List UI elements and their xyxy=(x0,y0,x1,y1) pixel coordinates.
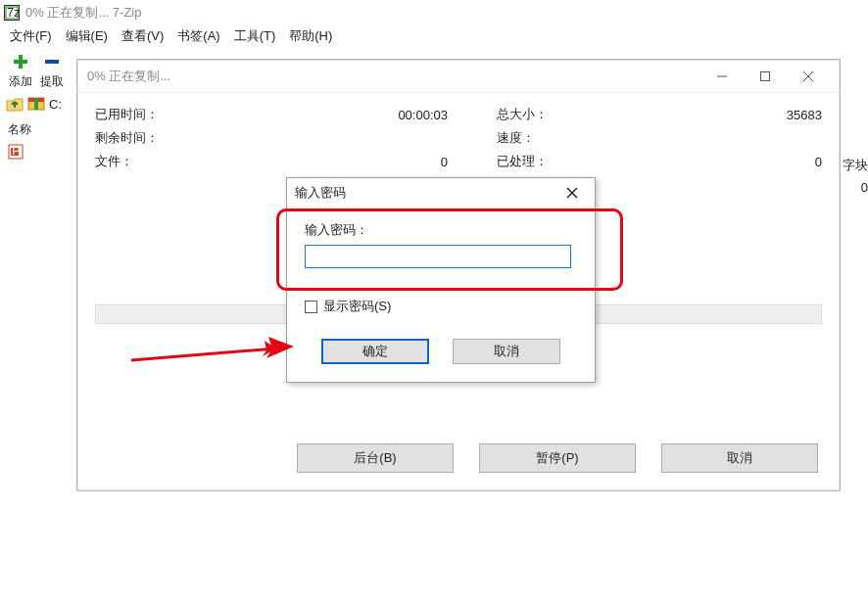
password-title-text: 输入密码 xyxy=(295,184,346,202)
value-totalsize: 35683 xyxy=(575,108,822,122)
toolbar-add-label: 添加 xyxy=(9,73,32,90)
path-text: C: xyxy=(49,97,62,112)
maximize-icon xyxy=(759,70,771,82)
password-dialog: 输入密码 输入密码： 显示密码(S) 确定 取消 xyxy=(286,177,596,383)
password-label: 输入密码： xyxy=(305,221,577,239)
archive-icon[interactable] xyxy=(27,96,45,112)
toolbar-extract[interactable]: 提取 xyxy=(37,51,67,90)
partial-col-header: 字块 xyxy=(843,157,868,174)
label-elapsed: 已用时间： xyxy=(95,106,203,123)
password-ok-button[interactable]: 确定 xyxy=(321,339,429,364)
maximize-button[interactable] xyxy=(744,62,787,91)
plus-icon xyxy=(12,53,29,70)
main-title-text: 0% 正在复制... 7-Zip xyxy=(25,4,141,22)
minus-icon xyxy=(43,53,61,70)
close-icon xyxy=(802,70,814,82)
menu-tools[interactable]: 工具(T) xyxy=(234,27,276,45)
password-input[interactable] xyxy=(305,245,571,268)
menu-bookmark[interactable]: 书签(A) xyxy=(177,27,219,45)
minimize-icon xyxy=(716,70,728,82)
progress-stats: 已用时间： 00:00:03 总大小： 35683 剩余时间： 速度： 文件： … xyxy=(77,93,840,173)
partial-right-column: 字块 0 xyxy=(843,157,868,195)
value-elapsed: 00:00:03 xyxy=(203,108,448,122)
toolbar-add[interactable]: 添加 xyxy=(6,51,35,90)
menu-view[interactable]: 查看(V) xyxy=(121,27,164,45)
show-password-checkbox[interactable]: 显示密码(S) xyxy=(305,298,577,315)
menu-edit[interactable]: 编辑(E) xyxy=(66,27,108,45)
label-remaining: 剩余时间： xyxy=(95,129,203,147)
menu-help[interactable]: 帮助(H) xyxy=(289,27,332,45)
progress-titlebar: 0% 正在复制... xyxy=(77,60,840,93)
svg-rect-5 xyxy=(45,60,59,64)
show-password-label: 显示密码(S) xyxy=(323,298,391,315)
value-processed: 0 xyxy=(575,155,822,169)
pptx-file-icon: P xyxy=(8,144,24,160)
pause-button[interactable]: 暂停(P) xyxy=(479,443,636,473)
value-files: 0 xyxy=(203,155,448,169)
close-button[interactable] xyxy=(787,62,830,91)
folder-up-icon[interactable] xyxy=(6,96,24,112)
password-close-button[interactable] xyxy=(557,181,587,205)
svg-rect-8 xyxy=(34,98,38,110)
background-button[interactable]: 后台(B) xyxy=(297,443,454,473)
svg-rect-13 xyxy=(761,71,770,80)
checkbox-icon xyxy=(305,301,317,313)
svg-text:7z: 7z xyxy=(7,5,20,20)
svg-rect-4 xyxy=(14,60,27,64)
partial-col-value: 0 xyxy=(843,180,868,195)
toolbar-extract-label: 提取 xyxy=(40,73,64,90)
password-cancel-button[interactable]: 取消 xyxy=(453,339,560,364)
main-titlebar: 7z 0% 正在复制... 7-Zip xyxy=(0,0,868,23)
minimize-button[interactable] xyxy=(700,62,744,91)
close-icon xyxy=(566,187,578,199)
progress-title-text: 0% 正在复制... xyxy=(87,68,170,85)
menubar: 文件(F) 编辑(E) 查看(V) 书签(A) 工具(T) 帮助(H) xyxy=(0,23,868,51)
cancel-button[interactable]: 取消 xyxy=(661,443,818,473)
svg-text:P: P xyxy=(12,144,21,158)
app-icon: 7z xyxy=(4,5,20,21)
password-titlebar: 输入密码 xyxy=(287,178,595,208)
menu-file[interactable]: 文件(F) xyxy=(10,27,52,45)
label-processed: 已处理： xyxy=(448,153,575,170)
label-files: 文件： xyxy=(95,153,203,170)
label-speed: 速度： xyxy=(448,129,575,147)
label-totalsize: 总大小： xyxy=(448,106,575,123)
